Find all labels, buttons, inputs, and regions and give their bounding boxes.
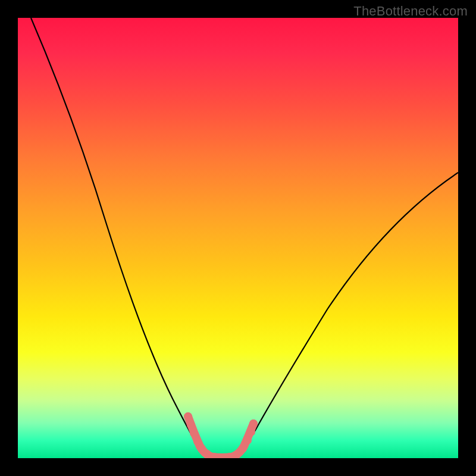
svg-point-2 <box>190 429 198 437</box>
svg-point-10 <box>239 444 247 453</box>
bottleneck-left-curve <box>31 18 206 457</box>
bottleneck-gradient-plot <box>18 18 458 458</box>
svg-point-12 <box>247 428 255 436</box>
chart-frame: TheBottleneck.com <box>0 0 476 476</box>
svg-point-13 <box>249 419 258 428</box>
bottleneck-curve-svg <box>18 18 458 458</box>
svg-point-11 <box>243 436 252 444</box>
svg-point-5 <box>203 450 211 458</box>
watermark-text: TheBottleneck.com <box>353 4 468 19</box>
svg-point-3 <box>193 437 202 446</box>
svg-point-0 <box>184 412 192 421</box>
svg-point-1 <box>187 421 195 429</box>
bottleneck-right-curve <box>238 173 458 457</box>
